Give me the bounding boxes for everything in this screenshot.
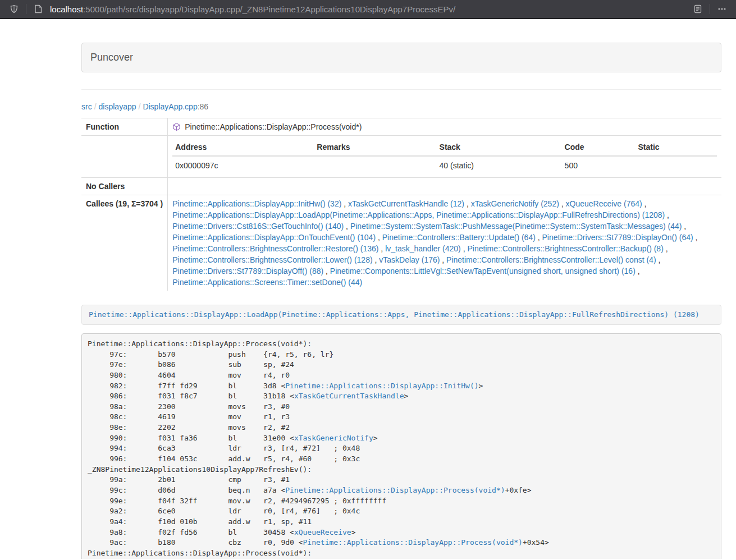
reader-view-icon[interactable] — [689, 2, 706, 16]
address-stack-table: Address Remarks Stack Code Static 0x0000… — [172, 139, 717, 175]
callee-link[interactable]: Pinetime::Applications::DisplayApp::Load… — [172, 210, 665, 219]
code-symbol-link[interactable]: Pinetime::Applications::DisplayApp::Init… — [285, 382, 478, 390]
breadcrumb: src/displayapp/DisplayApp.cpp:86 — [81, 102, 721, 111]
code-symbol-link[interactable]: xTaskGenericNotify — [294, 434, 373, 442]
function-cube-icon — [172, 122, 181, 131]
callee-separator: , — [693, 233, 698, 242]
callee-link[interactable]: Pinetime::Controllers::Battery::Update()… — [382, 233, 536, 242]
toolbar-divider — [710, 4, 710, 14]
code-symbol-link[interactable]: Pinetime::Applications::DisplayApp::Proc… — [285, 486, 505, 494]
column-header-static: Static — [636, 139, 717, 156]
column-header-code: Code — [562, 139, 636, 156]
highlighted-symbol-box: Pinetime::Applications::DisplayApp::Load… — [81, 305, 721, 325]
symbol-table: Function Pinetime::Applications::Display… — [81, 118, 721, 291]
callee-separator: , — [665, 210, 669, 219]
column-header-stack: Stack — [437, 139, 562, 156]
callee-separator: , — [373, 255, 380, 264]
callee-link[interactable]: Pinetime::Controllers::BrightnessControl… — [172, 244, 378, 253]
shield-icon[interactable] — [6, 2, 22, 16]
callee-separator: , — [642, 199, 647, 208]
app-header-panel: Puncover — [81, 43, 721, 72]
static-value — [636, 156, 717, 175]
callee-separator: , — [376, 233, 382, 242]
column-header-remarks: Remarks — [314, 139, 436, 156]
callee-separator: , — [378, 244, 385, 253]
callees-label: Callees (19, Σ=3704 ) — [81, 195, 168, 291]
url-text[interactable]: localhost:5000/path/src/displayapp/Displ… — [50, 4, 689, 14]
page-body: Puncover src/displayapp/DisplayApp.cpp:8… — [0, 19, 736, 559]
callee-link[interactable]: Pinetime::Drivers::St7789::DisplayOn() (… — [542, 233, 693, 242]
callee-link[interactable]: Pinetime::Controllers::BrightnessControl… — [467, 244, 663, 253]
column-header-address: Address — [172, 139, 314, 156]
code-symbol-link[interactable]: Pinetime::Applications::DisplayApp::Proc… — [303, 538, 523, 547]
breadcrumb-link[interactable]: DisplayApp.cpp — [143, 102, 197, 111]
code-symbol-link[interactable]: xTaskGetCurrentTaskHandle — [294, 392, 404, 400]
callee-link[interactable]: Pinetime::Controllers::BrightnessControl… — [446, 255, 656, 264]
callee-separator: , — [664, 244, 668, 253]
browser-url-bar[interactable]: localhost:5000/path/src/displayapp/Displ… — [0, 0, 736, 19]
callee-separator: , — [440, 255, 446, 264]
page-info-icon[interactable] — [30, 2, 47, 16]
page-title: Puncover — [82, 43, 721, 72]
table-row: 0x0000097c 40 (static) 500 — [172, 156, 717, 175]
callee-link[interactable]: xTaskGenericNotify (252) — [471, 199, 559, 208]
breadcrumb-separator: / — [136, 102, 143, 111]
stack-value: 40 (static) — [437, 156, 562, 175]
toolbar-divider — [26, 4, 26, 14]
callee-separator: , — [682, 222, 686, 231]
callee-link[interactable]: vTaskDelay (176) — [379, 255, 440, 264]
table-row: Address Remarks Stack Code Static 0x0000… — [81, 136, 721, 178]
divider — [81, 89, 721, 90]
callee-link[interactable]: Pinetime::Applications::Screens::Timer::… — [172, 278, 362, 287]
callee-link[interactable]: Pinetime::Applications::DisplayApp::OnTo… — [172, 233, 376, 242]
callee-separator: , — [656, 255, 661, 264]
code-size-value: 500 — [562, 156, 636, 175]
address-value: 0x0000097c — [172, 156, 314, 175]
callee-separator: , — [341, 199, 348, 208]
callee-separator: , — [636, 267, 640, 276]
remarks-value — [314, 156, 436, 175]
callee-link[interactable]: Pinetime::Components::LittleVgl::SetNewT… — [330, 267, 636, 276]
function-name: Pinetime::Applications::DisplayApp::Proc… — [185, 121, 362, 132]
callees-list: Pinetime::Applications::DisplayApp::Init… — [168, 195, 721, 291]
callee-separator: , — [536, 233, 542, 242]
no-callers-label: No Callers — [81, 178, 168, 195]
callee-link[interactable]: xQueueReceive (764) — [566, 199, 642, 208]
callee-link[interactable]: Pinetime::Drivers::Cst816S::GetTouchInfo… — [172, 222, 344, 231]
callee-separator: , — [344, 222, 350, 231]
callee-link[interactable]: Pinetime::Drivers::St7789::DisplayOff() … — [172, 267, 323, 276]
table-row: No Callers — [81, 178, 721, 195]
code-symbol-link[interactable]: xQueueReceive — [294, 528, 351, 536]
breadcrumb-link[interactable]: src — [81, 102, 92, 111]
breadcrumb-link[interactable]: displayapp — [99, 102, 136, 111]
callee-link[interactable]: Pinetime::Controllers::BrightnessControl… — [172, 255, 372, 264]
table-row: Function Pinetime::Applications::Display… — [81, 118, 721, 136]
callee-separator: , — [464, 199, 471, 208]
url-host: localhost — [50, 4, 83, 14]
callee-separator: , — [323, 267, 330, 276]
function-row-label: Function — [81, 118, 168, 136]
breadcrumb-line-number: :86 — [198, 102, 208, 111]
table-row: Callees (19, Σ=3704 ) Pinetime::Applicat… — [81, 195, 721, 291]
callee-link[interactable]: xTaskGetCurrentTaskHandle (12) — [348, 199, 464, 208]
callee-separator: , — [559, 199, 566, 208]
highlighted-symbol-link[interactable]: Pinetime::Applications::DisplayApp::Load… — [89, 310, 700, 319]
menu-meatballs-icon[interactable] — [714, 2, 730, 16]
callee-link[interactable]: Pinetime::System::SystemTask::PushMessag… — [350, 222, 682, 231]
breadcrumb-separator: / — [92, 102, 99, 111]
callee-link[interactable]: Pinetime::Applications::DisplayApp::Init… — [172, 199, 341, 208]
disassembly: Pinetime::Applications::DisplayApp::Proc… — [81, 333, 721, 559]
callee-link[interactable]: lv_task_handler (420) — [385, 244, 461, 253]
url-path: :5000/path/src/displayapp/DisplayApp.cpp… — [83, 4, 455, 14]
callee-separator: , — [461, 244, 468, 253]
